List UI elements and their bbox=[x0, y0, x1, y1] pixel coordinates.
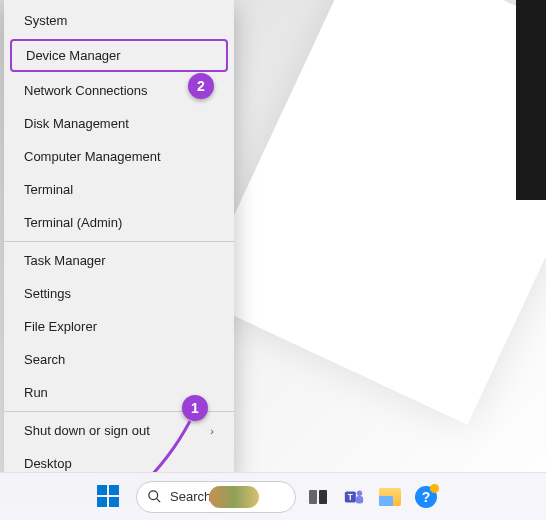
task-view-button[interactable] bbox=[304, 483, 332, 511]
search-icon bbox=[147, 489, 162, 504]
menu-item-label: Network Connections bbox=[24, 83, 148, 98]
menu-item-system[interactable]: System bbox=[4, 4, 234, 37]
task-view-icon bbox=[309, 490, 327, 504]
menu-item-label: File Explorer bbox=[24, 319, 97, 334]
menu-item-label: Task Manager bbox=[24, 253, 106, 268]
menu-item-terminal[interactable]: Terminal bbox=[4, 173, 234, 206]
menu-separator bbox=[4, 241, 234, 242]
search-label: Search bbox=[170, 489, 211, 504]
svg-rect-5 bbox=[356, 496, 363, 503]
wallpaper-dark-edge bbox=[516, 0, 546, 200]
help-icon: ? bbox=[415, 486, 437, 508]
svg-line-1 bbox=[156, 498, 160, 502]
menu-item-device-manager[interactable]: Device Manager bbox=[10, 39, 228, 72]
menu-item-task-manager[interactable]: Task Manager bbox=[4, 244, 234, 277]
svg-point-0 bbox=[149, 491, 158, 500]
menu-item-computer-management[interactable]: Computer Management bbox=[4, 140, 234, 173]
wallpaper-shape bbox=[196, 0, 546, 425]
menu-item-terminal-admin[interactable]: Terminal (Admin) bbox=[4, 206, 234, 239]
windows-logo-icon bbox=[97, 485, 119, 507]
menu-item-settings[interactable]: Settings bbox=[4, 277, 234, 310]
menu-item-label: Computer Management bbox=[24, 149, 161, 164]
svg-point-4 bbox=[357, 490, 363, 496]
get-help-button[interactable]: ? bbox=[412, 483, 440, 511]
menu-item-label: Search bbox=[24, 352, 65, 367]
folder-icon bbox=[379, 488, 401, 506]
menu-item-label: Desktop bbox=[24, 456, 72, 471]
teams-icon: T bbox=[343, 486, 365, 508]
menu-item-file-explorer[interactable]: File Explorer bbox=[4, 310, 234, 343]
taskbar-search[interactable]: Search bbox=[136, 481, 296, 513]
chevron-right-icon: › bbox=[210, 425, 214, 437]
search-highlight-image bbox=[209, 486, 259, 508]
menu-item-label: Device Manager bbox=[26, 48, 121, 63]
menu-item-disk-management[interactable]: Disk Management bbox=[4, 107, 234, 140]
menu-item-label: Disk Management bbox=[24, 116, 129, 131]
svg-text:T: T bbox=[348, 492, 353, 501]
menu-item-label: Settings bbox=[24, 286, 71, 301]
menu-item-label: System bbox=[24, 13, 67, 28]
annotation-badge-2: 2 bbox=[188, 73, 214, 99]
start-button[interactable] bbox=[92, 480, 124, 512]
menu-item-label: Terminal (Admin) bbox=[24, 215, 122, 230]
taskbar: Search T ? bbox=[0, 472, 546, 520]
file-explorer-button[interactable] bbox=[376, 483, 404, 511]
annotation-badge-1: 1 bbox=[182, 395, 208, 421]
menu-item-label: Terminal bbox=[24, 182, 73, 197]
teams-chat-button[interactable]: T bbox=[340, 483, 368, 511]
menu-item-search[interactable]: Search bbox=[4, 343, 234, 376]
menu-item-label: Run bbox=[24, 385, 48, 400]
